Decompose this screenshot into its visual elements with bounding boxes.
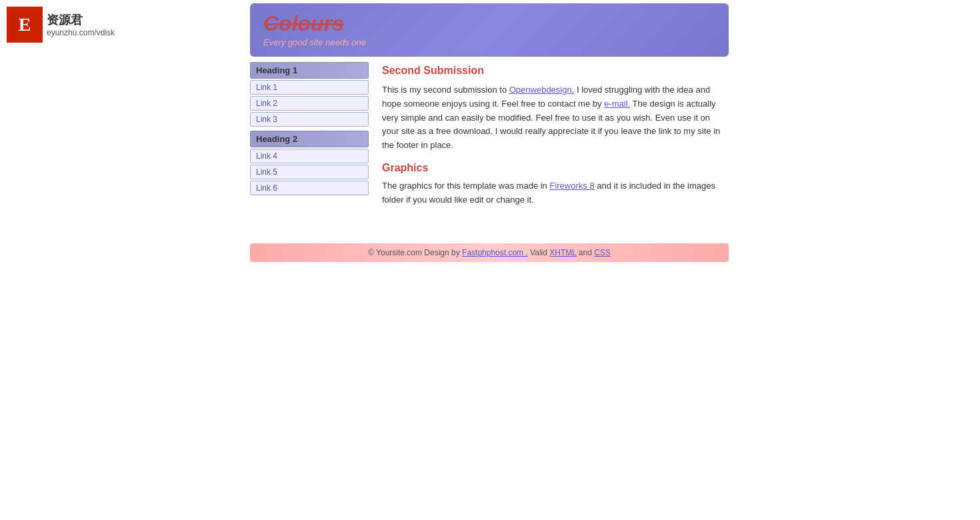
- body-text-1: This is my second submission to: [382, 85, 509, 95]
- sidebar-link-5[interactable]: Link 5: [250, 165, 369, 179]
- sidebar-heading-2: Heading 2: [250, 131, 369, 147]
- sidebar-link-3[interactable]: Link 3: [250, 112, 369, 127]
- logo-url: eyunzhu.com/vdisk: [47, 28, 115, 37]
- section-body-2: The graphics for this template was made …: [382, 179, 729, 207]
- footer: © Yoursite.com Design by Fastphphost.com…: [250, 243, 729, 262]
- xhtml-link[interactable]: XHTML: [549, 248, 576, 257]
- fireworks-link[interactable]: Fireworks 8: [549, 181, 594, 191]
- main-wrapper: Colours Every good site needs one Headin…: [250, 3, 729, 207]
- email-link[interactable]: e-mail.: [604, 99, 630, 109]
- section-title-1: Second Submission: [382, 65, 729, 77]
- sidebar-section-1: Heading 1 Link 1 Link 2 Link 3: [250, 62, 369, 127]
- sidebar-heading-1: Heading 1: [250, 62, 369, 79]
- sidebar: Heading 1 Link 1 Link 2 Link 3 Heading 2…: [250, 62, 369, 207]
- content-area: Heading 1 Link 1 Link 2 Link 3 Heading 2…: [250, 62, 729, 207]
- header-banner: Colours Every good site needs one: [250, 3, 729, 57]
- section-title-2: Graphics: [382, 162, 729, 174]
- css-link[interactable]: CSS: [594, 248, 611, 257]
- page-wrapper: E 资源君 eyunzhu.com/vdisk Colours Every go…: [0, 0, 980, 520]
- logo-text: 资源君 eyunzhu.com/vdisk: [47, 12, 115, 37]
- sidebar-link-2[interactable]: Link 2: [250, 96, 369, 111]
- footer-text-1: © Yoursite.com Design by: [368, 248, 462, 257]
- graphics-text-1: The graphics for this template was made …: [382, 181, 549, 191]
- logo-box: E: [7, 7, 43, 43]
- sidebar-section-2: Heading 2 Link 4 Link 5 Link 6: [250, 131, 369, 195]
- footer-text-2: Valid: [528, 248, 549, 257]
- openwebdesign-link[interactable]: Openwebdesign.: [509, 85, 575, 95]
- footer-text-3: and: [576, 248, 594, 257]
- fastphphost-link[interactable]: Fastphphost.com .: [462, 248, 528, 257]
- header-subtitle: Every good site needs one: [263, 37, 715, 47]
- logo-letter: E: [19, 14, 31, 35]
- main-content: Second Submission This is my second subm…: [369, 62, 729, 207]
- section-body-1: This is my second submission to Openwebd…: [382, 83, 729, 153]
- sidebar-link-6[interactable]: Link 6: [250, 181, 369, 195]
- logo-area: E 资源君 eyunzhu.com/vdisk: [7, 7, 115, 43]
- sidebar-link-1[interactable]: Link 1: [250, 80, 369, 95]
- header-title: Colours: [263, 11, 715, 36]
- sidebar-link-4[interactable]: Link 4: [250, 149, 369, 163]
- logo-chinese: 资源君: [47, 12, 115, 28]
